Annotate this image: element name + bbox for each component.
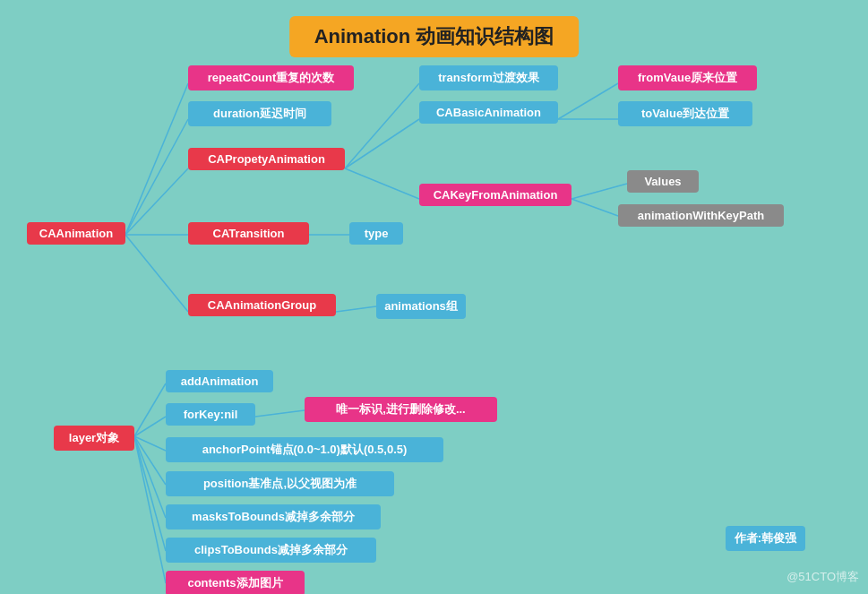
page-title: Animation 动画知识结构图 (289, 16, 580, 57)
node-values: Values (627, 170, 699, 193)
node-animations: animations组 (376, 294, 466, 319)
svg-line-18 (134, 436, 166, 518)
node-clips-to-bounds: clipsToBounds减掉多余部分 (166, 538, 376, 563)
node-ca-basic: CABasicAnimation (419, 101, 558, 124)
node-from-value: fromVaue原来位置 (618, 65, 757, 90)
node-ca-propety: CAPropetyAnimation (188, 148, 345, 170)
node-to-value: toValue到达位置 (618, 101, 752, 126)
node-ca-transition: CATransition (188, 222, 309, 245)
node-layer: layer对象 (54, 426, 134, 451)
svg-line-13 (572, 199, 618, 216)
watermark: @51CTO博客 (786, 569, 859, 585)
svg-line-16 (134, 436, 166, 451)
node-unique-id: 唯一标识,进行删除修改... (305, 397, 497, 422)
node-transform: transform过渡效果 (419, 65, 558, 90)
node-for-key: forKey:nil (166, 403, 255, 426)
node-masks-to-bounds: masksToBounds减掉多余部分 (166, 504, 381, 529)
svg-line-8 (345, 119, 419, 168)
svg-line-2 (125, 168, 188, 235)
svg-line-21 (255, 410, 305, 417)
svg-line-1 (125, 119, 188, 235)
node-repeat-count: repeatCount重复的次数 (188, 65, 354, 90)
svg-line-15 (134, 417, 166, 436)
svg-line-9 (345, 168, 419, 199)
svg-line-0 (125, 83, 188, 235)
node-ca-animation: CAAnimation (27, 222, 125, 245)
author-box: 作者:韩俊强 (726, 526, 805, 551)
svg-line-12 (572, 184, 627, 199)
node-anchor-point: anchorPoint锚点(0.0~1.0)默认(0.5,0.5) (166, 437, 443, 462)
svg-line-14 (134, 383, 166, 436)
node-add-animation: addAnimation (166, 370, 273, 392)
node-contents: contents添加图片 (166, 571, 305, 594)
node-ca-animation-group: CAAnimationGroup (188, 294, 336, 316)
node-duration: duration延迟时间 (188, 101, 331, 126)
node-ca-key-from: CAKeyFromAnimation (419, 184, 572, 206)
svg-line-20 (134, 436, 166, 583)
node-position: position基准点,以父视图为准 (166, 471, 394, 496)
svg-line-6 (336, 306, 376, 312)
svg-line-7 (345, 83, 419, 168)
node-type: type (349, 222, 403, 245)
svg-line-19 (134, 436, 166, 551)
node-animation-with-key: animationWithKeyPath (618, 204, 784, 227)
svg-line-17 (134, 436, 166, 485)
svg-line-4 (125, 235, 188, 312)
svg-line-10 (558, 83, 618, 119)
